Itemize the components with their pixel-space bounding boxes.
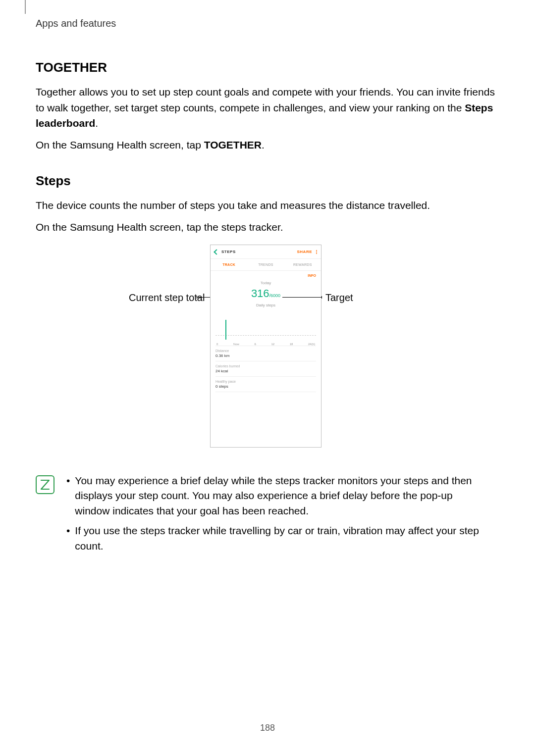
distance-value: 0.36 km <box>215 353 316 358</box>
note-icon <box>36 475 54 494</box>
pace-value: 0 steps <box>215 384 316 389</box>
note-text-2: If you use the steps tracker while trave… <box>75 523 489 554</box>
distance-label: Distance <box>215 349 316 353</box>
steps-heading: Steps <box>36 173 499 189</box>
phone-screen-title: STEPS <box>221 250 236 254</box>
xaxis-12: 12 <box>271 343 274 346</box>
phone-screenshot: STEPS SHARE TRACK TRENDS REWARDS INFO To… <box>210 245 321 448</box>
page-number: 188 <box>0 723 535 733</box>
info-button[interactable]: INFO <box>308 274 316 277</box>
chart-dashed-line <box>215 335 316 336</box>
calories-label: Calories burned <box>215 364 316 368</box>
calories-value: 24 kcal <box>215 369 316 373</box>
xaxis-18: 18 <box>290 343 293 346</box>
step-count-value: 316 <box>251 287 269 300</box>
note-item-1: • You may experience a brief delay while… <box>66 473 489 518</box>
bullet-icon: • <box>66 473 70 518</box>
daily-steps-label: Daily steps <box>215 303 316 307</box>
today-label: Today <box>215 281 316 285</box>
steps-description-2: On the Samsung Health screen, tap the st… <box>36 219 499 235</box>
together-text-post: . <box>95 117 98 129</box>
pace-label: Healthy pace <box>215 380 316 383</box>
chart-bar <box>225 320 226 340</box>
tab-track[interactable]: TRACK <box>211 259 247 270</box>
document-page: Apps and features TOGETHER Together allo… <box>0 0 535 558</box>
note-item-2: • If you use the steps tracker while tra… <box>66 523 489 554</box>
step-goal-value: /6000 <box>269 293 281 298</box>
margin-tab <box>25 0 26 14</box>
more-icon[interactable] <box>316 250 317 254</box>
together-text-pre: Together allows you to set up step count… <box>36 86 495 113</box>
note-block: • You may experience a brief delay while… <box>36 473 499 558</box>
xaxis-now: Now <box>233 343 239 346</box>
phone-body: INFO Today 316/6000 Daily steps 0 Now 6 … <box>211 271 321 392</box>
bullet-icon: • <box>66 523 70 554</box>
share-button[interactable]: SHARE <box>297 250 312 254</box>
tab-rewards[interactable]: REWARDS <box>284 259 321 270</box>
together-instruction: On the Samsung Health screen, tap TOGETH… <box>36 137 499 153</box>
breadcrumb: Apps and features <box>36 18 499 29</box>
xaxis-24: 24(h) <box>308 343 315 346</box>
note-text-1: You may experience a brief delay while t… <box>75 473 489 518</box>
together-heading: TOGETHER <box>36 60 499 75</box>
stat-pace: Healthy pace 0 steps <box>215 377 316 392</box>
stat-distance: Distance 0.36 km <box>215 346 316 361</box>
back-icon[interactable] <box>214 249 219 254</box>
phone-top-bar: STEPS SHARE <box>211 245 321 259</box>
phone-tabs: TRACK TRENDS REWARDS <box>211 259 321 271</box>
steps-figure: Current step total STEPS SHARE TRACK TRE… <box>36 245 499 467</box>
steps-description-1: The device counts the number of steps yo… <box>36 198 499 213</box>
together-tap-bold: TOGETHER <box>204 139 262 151</box>
tab-trends[interactable]: TRENDS <box>247 259 284 270</box>
instr-pre: On the Samsung Health screen, tap <box>36 139 204 151</box>
steps-chart: 0 Now 6 12 18 24(h) <box>215 311 316 346</box>
callout-current-step-total: Current step total <box>129 292 205 303</box>
leader-line-right <box>282 297 322 298</box>
xaxis-0: 0 <box>216 343 218 346</box>
instr-post: . <box>262 139 265 151</box>
callout-target: Target <box>325 292 353 303</box>
stat-calories: Calories burned 24 kcal <box>215 361 316 377</box>
xaxis-6: 6 <box>255 343 256 346</box>
together-description: Together allows you to set up step count… <box>36 84 499 131</box>
